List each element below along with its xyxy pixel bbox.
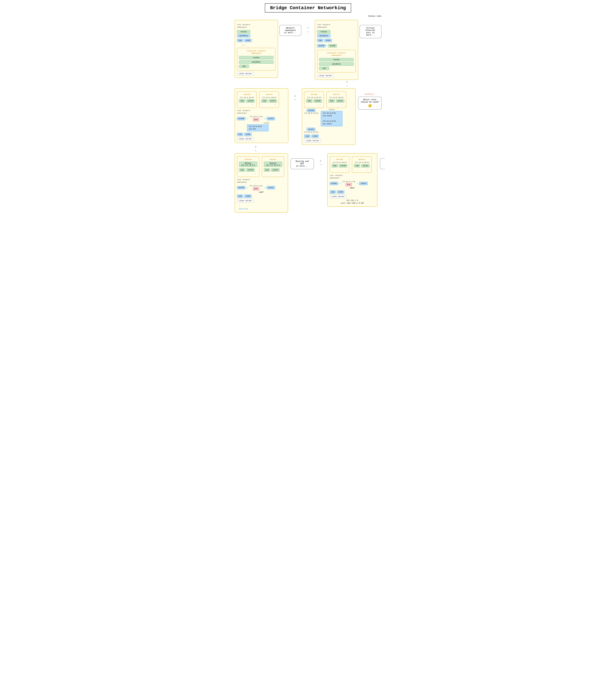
server-label-2r: Linux server bbox=[304, 139, 321, 143]
default-route-netns1-3l: default via 172.18.0.1 bbox=[264, 162, 282, 167]
dnat-label: dNAT bbox=[330, 187, 375, 189]
root-ns-title-1l: root networknamespace bbox=[237, 24, 250, 29]
ceth1-netns1-2r: ceth1 bbox=[336, 99, 344, 103]
br0-3r: br0 bbox=[346, 183, 352, 186]
watermark: Ximiuz Labs bbox=[235, 15, 381, 17]
veth1-2r: veth1 bbox=[307, 128, 315, 131]
container-ns-1l: container network namespace routes iptab… bbox=[237, 48, 276, 71]
netns0-3l: netns0 default via 172.18.0.1 lo0 ceth0 … bbox=[237, 156, 259, 177]
ceth0-netns0-2l: ceth0 bbox=[246, 99, 255, 103]
root-ns-title-1r: root networknamespace bbox=[317, 24, 330, 29]
ceth1-netns1-2l: ceth1 bbox=[268, 99, 277, 103]
lo0-1l: lo0 bbox=[237, 39, 243, 42]
eth0-root-2l: eth0 bbox=[244, 133, 251, 136]
step2-arrow: 2 ↓ bbox=[346, 81, 348, 87]
cnt-lo0-1r: lo0 bbox=[319, 67, 329, 70]
diagram3-right: netns0 172.18.0.10/16 lo0 ceth0 ↑ netns1… bbox=[327, 153, 377, 207]
routes-1l: routes bbox=[237, 30, 250, 34]
cnt-iptables-1l: iptables bbox=[239, 60, 274, 64]
veth0-2r: veth0 bbox=[307, 109, 315, 112]
routes-1r: routes bbox=[317, 30, 330, 34]
netns1-2r: netns1 172.18.0.20/16 lo0 ceth1 ↓ bbox=[327, 91, 346, 108]
ceth1-down-arrow: ↓ bbox=[261, 103, 276, 106]
callout-3l: Routing and NAT at work... bbox=[290, 158, 314, 169]
lo0-netns1-3l: lo0 bbox=[264, 168, 270, 172]
lo0-root-3l: lo0 bbox=[237, 194, 243, 198]
down-arrow-netns0-2r: ↓ bbox=[306, 103, 321, 106]
eth0-root-2r: eth0 bbox=[311, 134, 319, 138]
ceth0-netns0-3l: ceth0 bbox=[246, 168, 255, 172]
lo0-root-2l: lo0 bbox=[237, 133, 243, 136]
down-arrow-netns0-3r: ↑ bbox=[332, 168, 346, 171]
server-label-2l: Linux server bbox=[237, 137, 254, 141]
root-ns-3l: root network namespace bbox=[237, 179, 250, 184]
veth0-2l: veth0 bbox=[237, 117, 245, 120]
cnt-iptables-1r: iptables bbox=[319, 62, 354, 66]
netns0-2r: netns0 172.18.0.10/16 lo0 ceth0 ↓ bbox=[304, 91, 324, 108]
cnt-routes-1r: routes bbox=[319, 58, 354, 61]
ceth0-netns0-3r: ceth0 bbox=[339, 164, 347, 167]
eth0-root-3l: eth0 bbox=[244, 194, 251, 198]
eth0-1r: eth0 bbox=[324, 39, 332, 42]
callout-2r: Which route should be used? 🙁 bbox=[358, 97, 381, 110]
iptables-1l: iptables bbox=[237, 34, 250, 38]
diagram2-right: netns0 172.18.0.10/16 lo0 ceth0 ↓ netns1… bbox=[302, 88, 355, 145]
conflict-label: Conflict! bbox=[365, 93, 375, 95]
double-arrow-1r: ⇔ bbox=[326, 44, 328, 47]
lo0-netns0-2l: lo0 bbox=[239, 99, 245, 103]
down-arrow-netns0-3l: ↓ bbox=[239, 172, 256, 175]
netns1-2l: netns1 172.18.0.20/16 lo0 ceth1 ↓ bbox=[259, 91, 279, 108]
internet-down-arrow: ↓ bbox=[239, 204, 240, 206]
eth0-root-3r: eth0 bbox=[337, 190, 344, 194]
routes-ip-2l: 172.18.0.0/16 via br0 bbox=[247, 124, 269, 131]
internet-label: Internet bbox=[239, 208, 248, 210]
diagram1-left: root networknamespace routes iptables lo… bbox=[235, 20, 278, 78]
callout-3r: Port forwarding at work... bbox=[380, 158, 385, 169]
diagram2-left: netns0 172.18.0.10/16 lo0 ceth0 ↓ netns1… bbox=[235, 88, 288, 143]
root-ns-2l: root network namespace bbox=[237, 109, 250, 114]
diagram1-right: root networknamespace routes iptables lo… bbox=[315, 20, 358, 80]
page-title: Bridge Container Networking bbox=[265, 3, 351, 13]
server-label-3l: Linux server bbox=[237, 199, 254, 203]
iptables-1r: iptables bbox=[317, 34, 330, 38]
eth0-1l: eth0 bbox=[244, 39, 251, 42]
ceth1-netns1-3l: ceth1 bbox=[271, 168, 280, 172]
down-arrow-netns1-3l: ↓ bbox=[264, 172, 281, 175]
lo0-root-2r: lo0 bbox=[304, 134, 310, 138]
netns0-3r: netns0 172.18.0.10/16 lo0 ceth0 ↑ bbox=[330, 156, 350, 173]
server-label-1r: Linux server bbox=[317, 74, 334, 78]
down-arrow-netns1-3r: ↑ bbox=[354, 168, 368, 171]
dots-1l: ... bbox=[237, 43, 250, 46]
netns0-2l: netns0 172.18.0.10/16 lo0 ceth0 ↓ bbox=[237, 91, 257, 108]
ceth1-netns1-3r: ceth1 bbox=[361, 164, 370, 167]
cnt-routes-1l: routes bbox=[239, 56, 274, 59]
netns1-3r: netns1 172.18.0.20/16 lo0 ceth1 ↑ bbox=[352, 156, 372, 173]
callout-1l: Network namespace at work... bbox=[279, 25, 302, 36]
lo0-netns1-3r: lo0 bbox=[354, 164, 360, 167]
netns1-3l: netns1 default via 172.18.0.1 lo0 ceth1 … bbox=[262, 156, 284, 177]
server-label-3r: Linux server bbox=[330, 195, 347, 198]
routes-label-2r: routes bbox=[321, 109, 343, 111]
step5-arrow: 5 → bbox=[316, 153, 325, 167]
step3-arrow: 3 ← bbox=[291, 88, 299, 102]
callout-1r: Virtual Ethernet pair at work... bbox=[359, 25, 381, 38]
root-ns-3r: root network namespace bbox=[330, 174, 343, 180]
veth1-3r: veth1 bbox=[359, 182, 368, 185]
lo0-netns1-2r: lo0 bbox=[328, 99, 335, 103]
container-ns-1r: container network namespace routes iptab… bbox=[317, 50, 356, 73]
lo0-root-3r: lo0 bbox=[330, 190, 336, 194]
veth0-1r: veth0 bbox=[317, 44, 326, 47]
source-ip: 192.168.1.5 bbox=[330, 200, 375, 201]
lo0-netns0-3l: lo0 bbox=[239, 168, 245, 172]
routes-detail-2r: 172.18.0.0/16 via veth0 172.18.0.0/16 vi… bbox=[321, 111, 343, 126]
veth1-3l: veth1 bbox=[266, 186, 275, 189]
routes-label-2l: routes bbox=[247, 122, 286, 124]
lo0-netns0-2r: lo0 bbox=[306, 99, 312, 103]
ceth0-netns0-2r: ceth0 bbox=[313, 99, 322, 103]
veth0-3l: veth0 bbox=[237, 186, 245, 189]
down-arrow-netns1-2r: ↓ bbox=[328, 103, 343, 106]
cnt-lo0-1l: lo0 bbox=[239, 65, 249, 68]
br0-3l: br0 bbox=[253, 187, 259, 190]
ceth0-1r: ceth0 bbox=[328, 44, 337, 47]
server-label-1l: Linux server bbox=[237, 72, 254, 76]
